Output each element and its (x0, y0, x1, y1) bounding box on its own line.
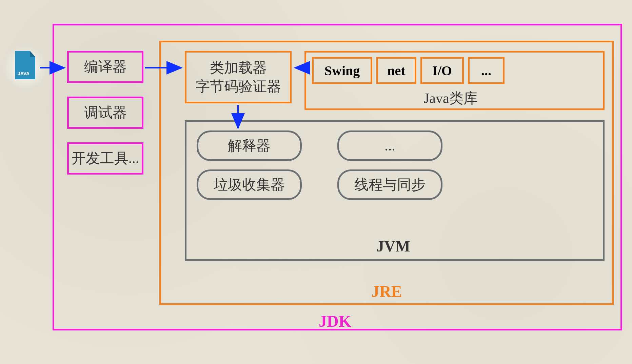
jre-label: JRE (371, 282, 402, 301)
library-more: ... (468, 57, 505, 84)
library-net: net (376, 57, 416, 84)
jvm-threads-label: 线程与同步 (354, 176, 426, 194)
lib-swing-label: Swing (324, 63, 360, 79)
devtools-label: 开发工具... (72, 149, 139, 168)
jdk-label: JDK (319, 312, 351, 330)
devtools-box: 开发工具... (67, 142, 143, 175)
debugger-label: 调试器 (84, 103, 127, 122)
lib-more-label: ... (481, 63, 491, 79)
java-file-icon: .JAVA (14, 51, 37, 81)
lib-net-label: net (387, 63, 405, 79)
compiler-box: 编译器 (67, 51, 143, 83)
jvm-gc-label: 垃圾收集器 (214, 176, 285, 194)
classloader-box: 类加载器 字节码验证器 (185, 51, 292, 103)
jvm-more-box: ... (337, 130, 442, 161)
java-file-label: .JAVA (16, 71, 29, 76)
libraries-label: Java类库 (424, 89, 478, 108)
library-swing: Swing (312, 57, 372, 84)
jvm-label: JVM (376, 237, 410, 255)
jvm-threads-box: 线程与同步 (337, 169, 442, 200)
library-io: I/O (420, 57, 464, 84)
lib-io-label: I/O (432, 63, 452, 79)
compiler-label: 编译器 (84, 58, 127, 76)
jvm-interpreter-box: 解释器 (197, 130, 302, 161)
debugger-box: 调试器 (67, 97, 143, 129)
classloader-line2: 字节码验证器 (196, 77, 281, 96)
jvm-more-label: ... (384, 137, 395, 155)
jvm-interpreter-label: 解释器 (228, 137, 271, 155)
jvm-gc-box: 垃圾收集器 (197, 169, 302, 200)
classloader-line1: 类加载器 (210, 59, 267, 77)
